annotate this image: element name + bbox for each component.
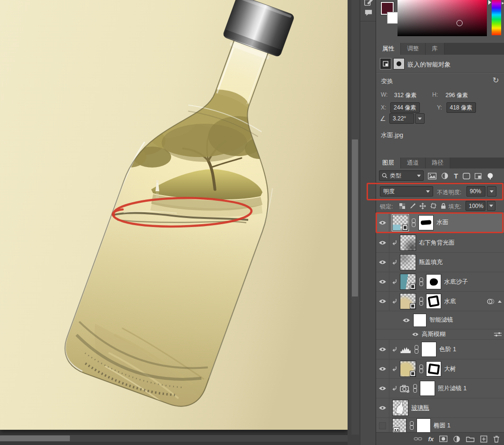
comment-dock-icon[interactable] (363, 8, 374, 18)
link-layers-icon[interactable] (414, 436, 422, 441)
add-layer-mask-icon[interactable] (439, 435, 447, 442)
filter-name[interactable]: 高斯模糊 (422, 330, 446, 338)
layer-row-beiguangmian[interactable]: 右下角背光面 (376, 233, 504, 253)
smart-filter-icon[interactable] (487, 298, 496, 305)
angle-input[interactable]: 3.22° (389, 113, 414, 124)
layer-row-pinggaitianchong[interactable]: 瓶盖填充 (376, 253, 504, 272)
lock-position-move-icon[interactable] (418, 202, 427, 210)
layer-row-sejie[interactable]: 色阶 1 (376, 340, 504, 359)
visibility-toggle[interactable] (376, 272, 389, 291)
layer-row-bolipinng[interactable]: 玻璃瓶 (376, 398, 504, 418)
lock-transparency-icon[interactable] (398, 202, 407, 210)
filter-pixel-layers-icon[interactable] (427, 172, 437, 180)
blend-mode-select[interactable]: 明度 (380, 186, 433, 197)
vertical-scrollbar[interactable] (351, 0, 359, 435)
smart-filters-label[interactable]: 智能滤镜 (429, 316, 453, 324)
layer-thumbnail[interactable] (400, 235, 416, 251)
levels-adjustment-icon[interactable] (400, 346, 411, 354)
gaussian-blur-filter-row[interactable]: 高斯模糊 (376, 329, 504, 340)
x-input[interactable]: 244 像素 (390, 102, 420, 113)
canvas-area[interactable]: › (0, 0, 348, 445)
edit-tool-dock-icon[interactable] (363, 0, 374, 8)
opacity-input[interactable]: 90% (466, 186, 485, 197)
layer-row-zhaopianlvjing[interactable]: 照片滤镜 1 (376, 379, 504, 398)
visibility-toggle[interactable] (376, 292, 389, 311)
filter-blending-options-icon[interactable] (494, 332, 502, 337)
filter-shape-layers-icon[interactable] (462, 172, 471, 180)
layer-mask-thumbnail[interactable] (418, 215, 434, 230)
collapse-smart-filters-icon[interactable] (498, 300, 502, 303)
fill-dropdown-button[interactable] (487, 201, 495, 211)
layer-mask-thumbnail[interactable] (420, 381, 435, 396)
layer-row-shuidishazi[interactable]: 水底沙子 (376, 272, 504, 292)
layer-name[interactable]: 右下角背光面 (419, 239, 455, 247)
vertical-scrollbar-thumb[interactable] (352, 139, 358, 297)
layer-name[interactable]: 色阶 1 (439, 346, 456, 354)
layer-style-fx-icon[interactable]: fx (428, 435, 434, 443)
horizontal-scrollbar[interactable] (0, 435, 354, 442)
mask-properties-icon[interactable] (393, 58, 405, 69)
vector-mask-thumbnail[interactable] (417, 418, 431, 433)
horizontal-scrollbar-thumb[interactable] (0, 435, 70, 441)
angle-dropdown-button[interactable] (415, 113, 425, 124)
reset-transform-icon[interactable]: ↺ (493, 76, 499, 85)
new-adjustment-layer-icon[interactable] (453, 435, 460, 443)
layer-row-dashu[interactable]: 大树 (376, 359, 504, 379)
lock-all-icon[interactable] (439, 202, 447, 210)
layer-thumbnail[interactable] (400, 361, 416, 377)
filter-smart-object-icon[interactable] (473, 172, 483, 180)
visibility-toggle[interactable] (376, 253, 389, 272)
layer-filter-type-select[interactable]: 类型 (379, 170, 424, 181)
smart-object-icon[interactable] (380, 58, 391, 69)
visibility-toggle[interactable] (376, 398, 389, 417)
filter-type-layers-icon[interactable]: T (451, 172, 461, 180)
tab-layers[interactable]: 图层 (376, 158, 401, 168)
layer-thumbnail[interactable] (392, 215, 408, 231)
visibility-toggle[interactable] (376, 340, 389, 359)
new-group-folder-icon[interactable] (466, 436, 475, 442)
opacity-dropdown-button[interactable] (487, 186, 496, 197)
panel-flyout-arrow[interactable]: ▸ (502, 0, 503, 5)
tab-adjustments[interactable]: 调整 (401, 43, 426, 55)
layer-thumbnail[interactable] (400, 293, 416, 309)
tab-paths[interactable]: 路径 (426, 158, 450, 168)
layer-mask-thumbnail[interactable] (426, 274, 441, 289)
layer-mask-thumbnail[interactable] (421, 342, 436, 357)
layer-name[interactable]: 玻璃瓶 (411, 404, 429, 412)
visibility-toggle[interactable] (376, 359, 389, 378)
layer-row-tuoyuan[interactable]: 椭圆 1 (376, 418, 504, 433)
filter-toggle-icon[interactable] (485, 172, 495, 180)
layer-row-shuidi[interactable]: 水底 (376, 292, 504, 311)
smart-filters-row[interactable]: 智能滤镜 (376, 311, 504, 329)
layer-name[interactable]: 照片滤镜 1 (438, 385, 466, 393)
filter-adjustment-layers-icon[interactable] (440, 172, 449, 180)
layer-thumbnail[interactable] (400, 274, 416, 290)
photo-filter-camera-icon[interactable] (400, 385, 410, 393)
tab-properties[interactable]: 属性 (376, 43, 401, 55)
layer-thumbnail[interactable] (400, 254, 416, 270)
color-cursor[interactable] (456, 20, 463, 26)
saturation-brightness-map[interactable] (397, 0, 487, 36)
tab-libraries[interactable]: 库 (426, 43, 445, 55)
visibility-toggle[interactable] (402, 317, 410, 323)
fill-input[interactable]: 100% (465, 201, 485, 211)
lock-artboard-icon[interactable] (429, 202, 437, 210)
new-layer-icon[interactable] (480, 435, 487, 443)
layer-mask-thumbnail[interactable] (426, 361, 441, 376)
lock-pixels-brush-icon[interactable] (408, 202, 417, 210)
delete-layer-trash-icon[interactable] (493, 435, 500, 443)
document-canvas[interactable] (0, 0, 348, 430)
layer-thumbnail[interactable] (392, 400, 408, 416)
visibility-toggle[interactable] (376, 379, 389, 398)
layer-mask-thumbnail[interactable] (426, 294, 441, 309)
hue-slider[interactable] (492, 0, 501, 35)
tab-channels[interactable]: 通道 (401, 158, 426, 168)
smart-filter-mask-thumbnail[interactable] (413, 314, 426, 327)
layer-thumbnail[interactable] (392, 418, 407, 433)
layer-name[interactable]: 大树 (444, 365, 456, 373)
visibility-toggle[interactable] (412, 332, 419, 337)
layer-name[interactable]: 椭圆 1 (434, 422, 450, 430)
hidden-eye-checkbox[interactable] (379, 422, 386, 429)
visibility-toggle[interactable] (376, 418, 389, 433)
visibility-toggle[interactable] (376, 212, 389, 233)
